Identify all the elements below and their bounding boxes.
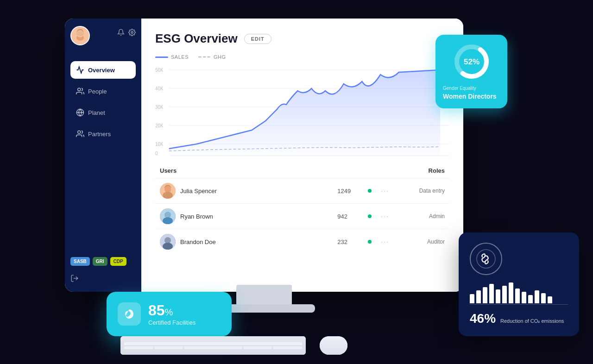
svg-point-5 xyxy=(78,88,81,91)
chart-container: 50K 40K 30K 20K 10K 0 xyxy=(155,65,449,158)
keyboard xyxy=(120,336,306,355)
sidebar-item-overview[interactable]: Overview xyxy=(70,61,136,79)
recycling-icon xyxy=(470,243,502,275)
donut-chart: 52% xyxy=(443,43,500,80)
user-num: 232 xyxy=(337,238,360,245)
avatar-julia xyxy=(160,183,176,199)
co2-stat: 46% Reduction of CO₂ emissions xyxy=(470,311,568,326)
main-header: ESG Overview EDIT xyxy=(155,31,449,46)
sidebar-item-people[interactable]: People xyxy=(70,82,136,100)
monitor-screen: Overview People xyxy=(65,19,463,292)
scene: Overview People xyxy=(0,0,593,364)
gender-card: 52% Gender Equality Women Directors xyxy=(435,35,507,108)
bell-icon[interactable] xyxy=(117,29,125,38)
co2-percentage: 46% xyxy=(470,311,496,326)
user-more-menu[interactable]: ··· xyxy=(381,238,389,245)
certified-card: 85% Certified Facilities xyxy=(107,292,232,336)
user-name: Brandon Doe xyxy=(180,238,337,245)
edit-button[interactable]: EDIT xyxy=(244,34,271,44)
svg-text:52%: 52% xyxy=(463,57,479,66)
user-name: Julia Spencer xyxy=(180,188,337,195)
sidebar-item-label: Planet xyxy=(88,109,105,116)
certified-stat: 85% Certified Facilities xyxy=(148,302,196,326)
sidebar-item-label: Overview xyxy=(88,67,115,74)
svg-text:10K: 10K xyxy=(155,142,164,147)
user-role: Data entry xyxy=(408,188,445,194)
svg-point-26 xyxy=(164,212,171,218)
users-table: Users Roles Julia S xyxy=(155,167,449,254)
user-status-dot xyxy=(368,189,372,193)
co2-description: Reduction of CO₂ emissions xyxy=(500,318,564,324)
sidebar-item-planet[interactable]: Planet xyxy=(70,104,136,121)
svg-point-29 xyxy=(164,237,171,244)
mouse xyxy=(320,336,347,355)
tag-cdp[interactable]: CDP xyxy=(110,257,126,266)
sidebar-item-label: People xyxy=(88,88,107,95)
monitor-stand xyxy=(236,285,292,306)
user-more-menu[interactable]: ··· xyxy=(381,187,389,195)
sidebar-item-label: Partners xyxy=(88,131,111,138)
svg-text:50K: 50K xyxy=(155,68,164,73)
tag-gri[interactable]: GRI xyxy=(93,257,107,266)
users-header: Users xyxy=(160,167,177,174)
user-role: Auditor xyxy=(408,238,445,245)
svg-text:20K: 20K xyxy=(155,123,164,128)
table-row[interactable]: Ryan Brown 942 ··· Admin xyxy=(155,204,449,229)
sidebar: Overview People xyxy=(65,19,141,292)
user-num: 1249 xyxy=(337,188,360,195)
table-row[interactable]: Brandon Doe 232 ··· Auditor xyxy=(155,229,449,254)
chart-legend: SALES GHG xyxy=(155,54,449,60)
svg-point-23 xyxy=(164,186,171,193)
legend-ghg: GHG xyxy=(198,54,226,60)
legend-sales: SALES xyxy=(155,54,189,60)
sidebar-item-partners[interactable]: Partners xyxy=(70,125,136,143)
user-status-dot xyxy=(368,240,372,244)
legend-line-solid xyxy=(155,56,168,58)
certified-percentage: 85% xyxy=(148,302,196,319)
leaf-icon xyxy=(118,302,141,326)
avatar-ryan xyxy=(160,208,176,224)
legend-line-dashed xyxy=(198,56,211,58)
user-more-menu[interactable]: ··· xyxy=(381,213,389,220)
page-title: ESG Overview xyxy=(155,31,238,46)
user-status-dot xyxy=(368,214,372,218)
roles-header: Roles xyxy=(429,167,445,174)
svg-point-4 xyxy=(131,31,133,33)
svg-text:40K: 40K xyxy=(155,86,164,91)
svg-point-3 xyxy=(76,31,84,36)
avatar-brandon xyxy=(160,234,176,250)
bar-chart xyxy=(470,282,568,305)
sidebar-tags: SASB GRI CDP xyxy=(70,252,136,266)
svg-text:30K: 30K xyxy=(155,105,164,110)
user-role: Admin xyxy=(408,213,445,220)
avatar xyxy=(70,26,90,45)
gender-subtitle: Gender Equality xyxy=(443,86,500,91)
table-header: Users Roles xyxy=(155,167,449,178)
tag-sasb[interactable]: SASB xyxy=(70,257,90,266)
certified-description: Certified Facilities xyxy=(148,319,196,326)
table-row[interactable]: Julia Spencer 1249 ··· Data entry xyxy=(155,178,449,204)
svg-text:0: 0 xyxy=(155,151,158,156)
user-name: Ryan Brown xyxy=(180,213,337,220)
svg-point-8 xyxy=(78,131,81,133)
sidebar-icons-row xyxy=(117,29,136,38)
main-content: ESG Overview EDIT SALES GHG xyxy=(141,19,463,292)
co2-card: 46% Reduction of CO₂ emissions xyxy=(459,232,579,336)
gender-title: Women Directors xyxy=(443,93,500,100)
logout-icon[interactable] xyxy=(70,274,136,284)
svg-point-34 xyxy=(477,250,495,268)
settings-icon[interactable] xyxy=(128,29,136,38)
user-num: 942 xyxy=(337,213,360,220)
monitor: Overview People xyxy=(65,19,463,315)
